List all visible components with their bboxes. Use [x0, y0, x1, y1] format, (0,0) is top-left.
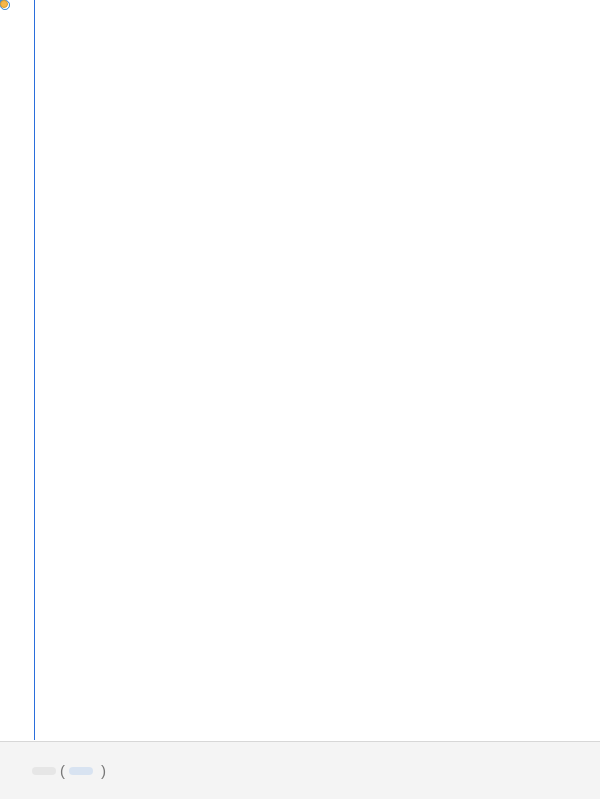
formula-range-pill[interactable] — [69, 767, 93, 775]
formula-bar: ( ) — [0, 741, 600, 799]
selection-handle-middle[interactable] — [0, 0, 8, 8]
paren-close: ) — [101, 762, 106, 779]
paren-open: ( — [60, 762, 65, 779]
formula-function-pill[interactable] — [32, 767, 56, 775]
formula-expression[interactable]: ( ) — [32, 762, 106, 779]
